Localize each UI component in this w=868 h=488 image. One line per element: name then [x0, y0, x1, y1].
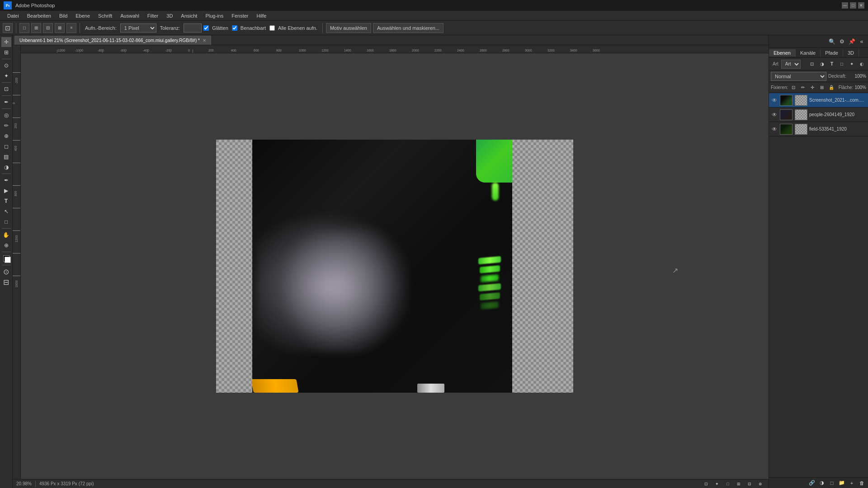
menu-bild[interactable]: Bild: [56, 12, 71, 19]
add-adjustment-btn[interactable]: ◑: [817, 479, 826, 488]
glatten-checkbox[interactable]: [203, 25, 209, 31]
move-tool[interactable]: ✛: [1, 37, 11, 47]
close-button[interactable]: ✕: [858, 2, 864, 9]
screen-mode-btn[interactable]: ⊟: [1, 277, 11, 287]
layers-filter-shape-btn[interactable]: □: [837, 60, 846, 69]
link-layers-btn[interactable]: 🔗: [807, 479, 816, 488]
status-icon-2[interactable]: ✦: [712, 479, 722, 488]
direct-selection-tool[interactable]: ↖: [1, 206, 11, 216]
lock-transparent-btn[interactable]: ⊡: [789, 84, 797, 92]
lock-position-btn[interactable]: ✛: [808, 84, 816, 92]
menu-plugins[interactable]: Plug-ins: [202, 12, 227, 19]
toolbox: ✛ ⊞ ⊙ ✦ ⊡ ✒ ◎ ✏ ⊕ ◻ ▨ ◑ ✒ ▶ T ↖ □ ✋ ⊕ ⊙ …: [0, 35, 13, 488]
tab-pfade[interactable]: Pfade: [821, 49, 843, 56]
delete-layer-btn[interactable]: 🗑: [857, 479, 866, 488]
tab-3d[interactable]: 3D: [843, 49, 859, 56]
path-selection-tool[interactable]: ▶: [1, 186, 11, 196]
menu-3d[interactable]: 3D: [163, 12, 176, 19]
layers-filter-smart-btn[interactable]: ✦: [847, 60, 856, 69]
layers-filter-toggle-btn[interactable]: ◐: [857, 60, 866, 69]
opacity-label: Deckraft:: [828, 74, 846, 79]
layer-name-3: field-533541_1920: [809, 127, 866, 131]
intersect-selection-btn[interactable]: ⊠: [55, 23, 65, 33]
alle-ebenen-group: Alle Ebenen aufn.: [269, 25, 319, 31]
menu-ebene[interactable]: Ebene: [72, 12, 94, 19]
layers-type-select[interactable]: Art: [781, 60, 801, 69]
maximize-button[interactable]: □: [850, 2, 856, 9]
layer-item-screenshot[interactable]: 👁 Screenshot_2021-...com.miui.gallery: [769, 93, 868, 108]
lock-artboard-btn[interactable]: ⊞: [818, 84, 826, 92]
layer-visibility-1[interactable]: 👁: [771, 97, 778, 104]
add-layer-btn[interactable]: +: [847, 479, 856, 488]
healing-brush-tool[interactable]: ◎: [1, 110, 11, 120]
aufnahme-bereich-select[interactable]: 1 Pixel: [120, 23, 156, 33]
alle-ebenen-checkbox[interactable]: [269, 25, 275, 31]
layer-thumbnail-1: [780, 95, 793, 106]
add-group-btn[interactable]: 📁: [837, 479, 846, 488]
auswaehlen-maskieren-btn[interactable]: Auswählen und maskieren...: [373, 23, 443, 33]
layers-filter-text-btn[interactable]: T: [827, 60, 836, 69]
pen-tool[interactable]: ✒: [1, 175, 11, 185]
panel-settings-btn[interactable]: ⚙: [837, 37, 846, 46]
panel-pin-btn[interactable]: 📌: [847, 37, 856, 46]
hand-tool[interactable]: ✋: [1, 230, 11, 240]
menu-datei[interactable]: Datei: [4, 12, 23, 19]
search-icon-btn[interactable]: 🔍: [827, 37, 836, 46]
foreground-color[interactable]: [1, 253, 11, 263]
blend-mode-select[interactable]: Normal Multiplizieren Abblenden: [771, 72, 826, 81]
text-tool[interactable]: T: [1, 196, 11, 206]
menu-fenster[interactable]: Fenster: [228, 12, 252, 19]
eyedropper-tool[interactable]: ✒: [1, 97, 11, 107]
clone-stamp-tool[interactable]: ⊕: [1, 131, 11, 141]
layer-visibility-2[interactable]: 👁: [771, 111, 778, 118]
layers-filter-pixel-btn[interactable]: ⊡: [807, 60, 816, 69]
select-options-btn[interactable]: ≡: [66, 23, 76, 33]
crop-tool[interactable]: ⊡: [1, 84, 11, 94]
minimize-button[interactable]: —: [842, 2, 848, 9]
status-icon-4[interactable]: ⊞: [734, 479, 743, 488]
menu-ansicht[interactable]: Ansicht: [177, 12, 201, 19]
benachbart-checkbox[interactable]: [232, 25, 237, 31]
panel-collapse-btn[interactable]: «: [857, 37, 866, 46]
lasso-tool[interactable]: ⊙: [1, 61, 11, 70]
layer-item-people[interactable]: 👁 people-2604149_1920: [769, 108, 868, 122]
doc-tab-active[interactable]: Unbenannt-1 bei 21% (Screenshot_2021-06-…: [14, 36, 211, 45]
tab-ebenen[interactable]: Ebenen: [769, 49, 796, 56]
layer-visibility-3[interactable]: 👁: [771, 126, 778, 133]
shape-tool[interactable]: □: [1, 217, 11, 227]
quick-mask-btn[interactable]: ⊙: [1, 267, 11, 277]
menu-bearbeiten[interactable]: Bearbeiten: [24, 12, 55, 19]
menu-auswahl[interactable]: Auswahl: [117, 12, 143, 19]
status-icon-6[interactable]: ⊕: [756, 479, 765, 488]
tab-kanaele[interactable]: Kanäle: [796, 49, 821, 56]
add-selection-btn[interactable]: ⊞: [31, 23, 41, 33]
doc-tab-close[interactable]: ✕: [203, 38, 206, 43]
layers-filter-adjust-btn[interactable]: ◑: [817, 60, 826, 69]
magic-wand-tool[interactable]: ✦: [1, 71, 11, 81]
motiv-auswaehlen-btn[interactable]: Motiv auswählen: [326, 23, 371, 33]
subtract-selection-btn[interactable]: ⊟: [43, 23, 53, 33]
status-icon-3[interactable]: □: [723, 479, 732, 488]
tool-sep-3: [2, 95, 11, 96]
eraser-tool[interactable]: ◻: [1, 141, 11, 151]
status-icon-5[interactable]: ⊟: [745, 479, 754, 488]
zoom-tool[interactable]: ⊕: [1, 240, 11, 250]
tool-options-btn[interactable]: ⊡: [3, 23, 13, 33]
status-icon-1[interactable]: ⊡: [702, 479, 711, 488]
lock-pixels-btn[interactable]: ✏: [799, 84, 807, 92]
menu-hilfe[interactable]: Hilfe: [253, 12, 270, 19]
menu-schrift[interactable]: Schrift: [94, 12, 116, 19]
menu-filter[interactable]: Filter: [144, 12, 162, 19]
canvas-viewport[interactable]: ↗: [21, 53, 769, 479]
layer-item-field[interactable]: 👁 field-533541_1920: [769, 122, 868, 136]
new-selection-btn[interactable]: □: [19, 23, 29, 33]
dodge-tool[interactable]: ◑: [1, 162, 11, 172]
lock-all-btn[interactable]: 🔒: [827, 84, 835, 92]
artboard-tool[interactable]: ⊞: [1, 47, 11, 57]
benachbart-group: Benachbart: [232, 25, 268, 31]
toleranz-input[interactable]: 40: [184, 23, 202, 33]
lock-row: Fixieren: ⊡ ✏ ✛ ⊞ 🔒 Fläche: 100%: [769, 82, 868, 93]
add-mask-btn[interactable]: □: [827, 479, 836, 488]
brush-tool[interactable]: ✏: [1, 121, 11, 131]
gradient-tool[interactable]: ▨: [1, 152, 11, 162]
